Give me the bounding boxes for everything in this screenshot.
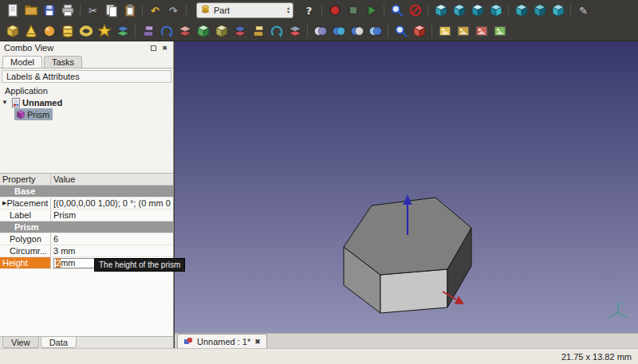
3d-viewport[interactable]: z bbox=[175, 41, 638, 333]
boolean-common-icon[interactable] bbox=[366, 22, 384, 40]
collapse-arrow-icon[interactable]: ▼ bbox=[0, 99, 10, 106]
view-rear-icon[interactable] bbox=[512, 2, 530, 19]
box-icon[interactable] bbox=[3, 22, 22, 40]
toolbar-separator bbox=[570, 4, 571, 18]
freecad-window: ✂↶↷Part▴▾?✎ Combo View ✖ Model Tasks Lab… bbox=[0, 0, 638, 364]
height-tooltip: The height of the prism bbox=[94, 258, 185, 272]
shape-builder-icon[interactable] bbox=[113, 22, 132, 40]
macro-stop-icon[interactable] bbox=[344, 2, 362, 19]
property-group-base[interactable]: Base bbox=[0, 186, 173, 198]
mirror-icon[interactable] bbox=[175, 22, 194, 40]
undo-icon[interactable]: ↶ bbox=[146, 2, 164, 19]
cut-icon[interactable]: ✂ bbox=[84, 2, 102, 19]
view-bottom-icon[interactable] bbox=[530, 2, 549, 19]
tree-item-prism[interactable]: Prism bbox=[0, 108, 173, 120]
panel-title: Combo View bbox=[4, 43, 53, 53]
toolbar-separator bbox=[384, 4, 384, 18]
paste-icon[interactable] bbox=[120, 2, 139, 19]
view-top-icon[interactable] bbox=[468, 2, 486, 19]
toolbar-separator bbox=[186, 4, 187, 18]
tree-item-document[interactable]: ▼ Unnamed bbox=[0, 96, 173, 108]
sweep-icon[interactable] bbox=[267, 22, 286, 40]
boolean-cut-icon[interactable] bbox=[348, 22, 366, 40]
property-table-header: Property Value bbox=[0, 173, 173, 186]
view-left-icon[interactable] bbox=[549, 2, 567, 19]
redo-icon[interactable]: ↷ bbox=[164, 2, 183, 19]
freecad-doc-icon bbox=[183, 336, 193, 347]
measure-linear-icon[interactable] bbox=[435, 22, 454, 40]
cone-icon[interactable] bbox=[22, 22, 40, 40]
macro-play-icon[interactable] bbox=[362, 2, 380, 19]
whats-this-icon[interactable]: ? bbox=[300, 2, 318, 19]
toolbar-separator bbox=[142, 4, 143, 18]
placement-value[interactable]: [(0,00,0,00 1,00); 0 °; (0 mm 0 m... bbox=[51, 198, 173, 209]
tree-root-application[interactable]: Application bbox=[0, 84, 173, 96]
chamfer-icon[interactable] bbox=[212, 22, 230, 40]
prism-icon bbox=[14, 109, 27, 120]
boolean-union-icon[interactable] bbox=[329, 22, 348, 40]
tab-model[interactable]: Model bbox=[2, 56, 42, 68]
macro-record-icon[interactable] bbox=[325, 2, 344, 19]
sphere-icon[interactable] bbox=[40, 22, 58, 40]
property-table-empty-area bbox=[0, 269, 173, 336]
measure-toggle-icon[interactable] bbox=[490, 22, 509, 40]
height-unit-text: mm bbox=[61, 258, 75, 268]
check-geometry-icon[interactable] bbox=[392, 22, 410, 40]
copy-icon[interactable] bbox=[102, 2, 120, 19]
open-document-icon[interactable] bbox=[22, 2, 40, 19]
save-document-icon[interactable] bbox=[40, 2, 58, 19]
fillet-icon[interactable] bbox=[194, 22, 212, 40]
property-row-polygon[interactable]: Polygon 6 bbox=[0, 233, 173, 245]
revolve-icon[interactable] bbox=[157, 22, 175, 40]
view-right-icon[interactable] bbox=[486, 2, 505, 19]
extrude-icon[interactable] bbox=[139, 22, 157, 40]
property-row-circumradius[interactable]: Circumr... 3 mm bbox=[0, 245, 173, 257]
draw-style-icon[interactable] bbox=[406, 2, 424, 19]
boolean-compound-icon[interactable] bbox=[311, 22, 329, 40]
property-group-prism[interactable]: Prism bbox=[0, 221, 173, 233]
defeaturing-icon[interactable] bbox=[410, 22, 428, 40]
column-value[interactable]: Value bbox=[51, 174, 173, 185]
workbench-selector[interactable]: Part▴▾ bbox=[196, 2, 293, 18]
new-document-icon[interactable] bbox=[3, 2, 22, 19]
toolbar-separator bbox=[321, 4, 322, 18]
feather-icon[interactable]: ✎ bbox=[574, 2, 593, 19]
measure-clear-icon[interactable] bbox=[472, 22, 490, 40]
cylinder-icon[interactable] bbox=[58, 22, 77, 40]
measure-angular-icon[interactable] bbox=[454, 22, 472, 40]
status-bar: 21.75 x 13.82 mm bbox=[0, 348, 638, 364]
toolbar-separator bbox=[431, 24, 432, 37]
primitives-icon[interactable] bbox=[95, 22, 113, 40]
fit-all-icon[interactable] bbox=[388, 2, 406, 19]
circumradius-value[interactable]: 3 mm bbox=[51, 245, 173, 256]
tab-tasks[interactable]: Tasks bbox=[44, 56, 82, 68]
tab-data[interactable]: Data bbox=[41, 337, 77, 348]
toolbar-separator bbox=[307, 24, 308, 37]
print-icon[interactable] bbox=[58, 2, 77, 19]
dropdown-arrows-icon: ▴▾ bbox=[287, 6, 289, 14]
tab-view[interactable]: View bbox=[2, 337, 39, 348]
viewport-tab-unnamed[interactable]: Unnamed : 1* ✖ bbox=[177, 334, 267, 348]
property-row-placement[interactable]: ▶ Placement [(0,00,0,00 1,00); 0 °; (0 m… bbox=[0, 198, 173, 209]
svg-text:z: z bbox=[620, 300, 624, 307]
close-tab-icon[interactable]: ✖ bbox=[254, 338, 261, 346]
view-front-icon[interactable] bbox=[450, 2, 468, 19]
close-panel-icon[interactable]: ✖ bbox=[160, 44, 169, 53]
loft-icon[interactable] bbox=[249, 22, 267, 40]
dimension-readout: 21.75 x 13.82 mm bbox=[561, 352, 632, 362]
property-view-tabs: View Data bbox=[0, 336, 173, 348]
toolbar-separator bbox=[135, 24, 136, 37]
property-row-label[interactable]: Label Prism bbox=[0, 209, 173, 221]
label-value[interactable]: Prism bbox=[51, 209, 173, 221]
polygon-value[interactable]: 6 bbox=[51, 233, 173, 245]
view-isometric-icon[interactable] bbox=[431, 2, 450, 19]
tree-column-header[interactable]: Labels & Attributes bbox=[2, 70, 171, 83]
workbench-selector-label: Part bbox=[214, 6, 284, 15]
ruled-surface-icon[interactable] bbox=[230, 22, 249, 40]
section-icon[interactable] bbox=[286, 22, 304, 40]
float-panel-icon[interactable] bbox=[149, 44, 158, 53]
combo-view-panel: Combo View ✖ Model Tasks Labels & Attrib… bbox=[0, 41, 174, 348]
toolbar-separator bbox=[508, 4, 509, 18]
torus-icon[interactable] bbox=[77, 22, 95, 40]
column-property[interactable]: Property bbox=[0, 174, 51, 185]
